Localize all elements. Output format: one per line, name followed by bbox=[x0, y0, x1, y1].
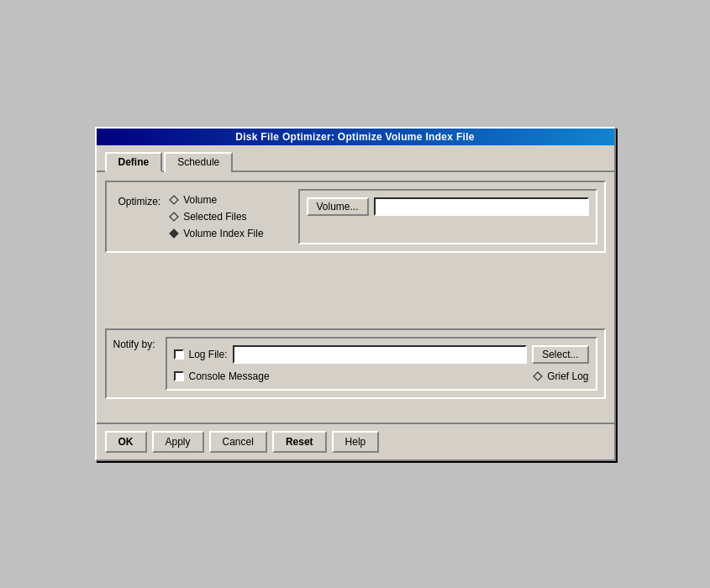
grief-log-label: Grief Log bbox=[547, 370, 588, 382]
diamond-radio-volumeindex-icon bbox=[169, 228, 179, 239]
ok-button[interactable]: OK bbox=[105, 431, 147, 453]
tab-define[interactable]: Define bbox=[105, 152, 163, 172]
volume-input[interactable] bbox=[374, 197, 589, 216]
notify-label: Notify by: bbox=[113, 337, 155, 350]
svg-marker-3 bbox=[534, 372, 542, 381]
notify-section: Notify by: Log File: Select... Console M… bbox=[105, 328, 606, 399]
radio-selected-files[interactable]: Selected Files bbox=[169, 211, 263, 223]
svg-marker-0 bbox=[170, 196, 178, 204]
grief-log-item: Grief Log bbox=[533, 370, 588, 382]
console-message-label: Console Message bbox=[189, 370, 270, 382]
tab-schedule[interactable]: Schedule bbox=[164, 152, 233, 172]
optimize-left-panel: Optimize: Volume bbox=[113, 189, 298, 244]
bottom-buttons: OK Apply Cancel Reset Help bbox=[97, 423, 614, 459]
radio-selected-files-label: Selected Files bbox=[183, 211, 246, 223]
cancel-button[interactable]: Cancel bbox=[209, 431, 267, 453]
diamond-grief-log-icon bbox=[533, 371, 543, 381]
spacer bbox=[105, 261, 606, 328]
volume-button[interactable]: Volume... bbox=[307, 197, 369, 216]
main-window: Disk File Optimizer: Optimize Volume Ind… bbox=[95, 127, 616, 461]
optimize-label: Optimize: bbox=[118, 194, 161, 207]
diamond-radio-volume-icon bbox=[169, 195, 179, 205]
log-file-input[interactable] bbox=[233, 345, 528, 364]
log-file-label: Log File: bbox=[189, 349, 228, 360]
separator bbox=[105, 407, 606, 414]
select-button[interactable]: Select... bbox=[532, 345, 588, 364]
console-message-checkbox[interactable] bbox=[174, 371, 184, 381]
radio-volume[interactable]: Volume bbox=[169, 194, 263, 206]
apply-button[interactable]: Apply bbox=[152, 431, 204, 453]
diamond-radio-selectedfiles-icon bbox=[169, 212, 179, 222]
svg-marker-2 bbox=[170, 229, 178, 238]
tab-bar: Define Schedule bbox=[97, 145, 614, 172]
reset-button[interactable]: Reset bbox=[272, 431, 327, 453]
radio-volume-label: Volume bbox=[183, 194, 217, 206]
optimize-right-panel: Volume... bbox=[298, 189, 597, 244]
svg-marker-1 bbox=[170, 213, 178, 221]
radio-volume-index-label: Volume Index File bbox=[183, 228, 263, 239]
optimize-radio-group: Volume Selected Files bbox=[169, 194, 263, 239]
radio-volume-index-file[interactable]: Volume Index File bbox=[169, 228, 263, 239]
optimize-group: Optimize: Volume bbox=[105, 181, 606, 253]
log-file-row: Log File: Select... bbox=[174, 345, 589, 364]
log-file-checkbox[interactable] bbox=[174, 349, 184, 360]
window-body: Optimize: Volume bbox=[97, 172, 614, 423]
help-button[interactable]: Help bbox=[332, 431, 380, 453]
title-bar: Disk File Optimizer: Optimize Volume Ind… bbox=[97, 129, 614, 145]
console-message-row: Console Message Grief Log bbox=[174, 370, 589, 382]
notify-content: Log File: Select... Console Message Grie… bbox=[166, 337, 597, 391]
window-title: Disk File Optimizer: Optimize Volume Ind… bbox=[235, 131, 475, 143]
